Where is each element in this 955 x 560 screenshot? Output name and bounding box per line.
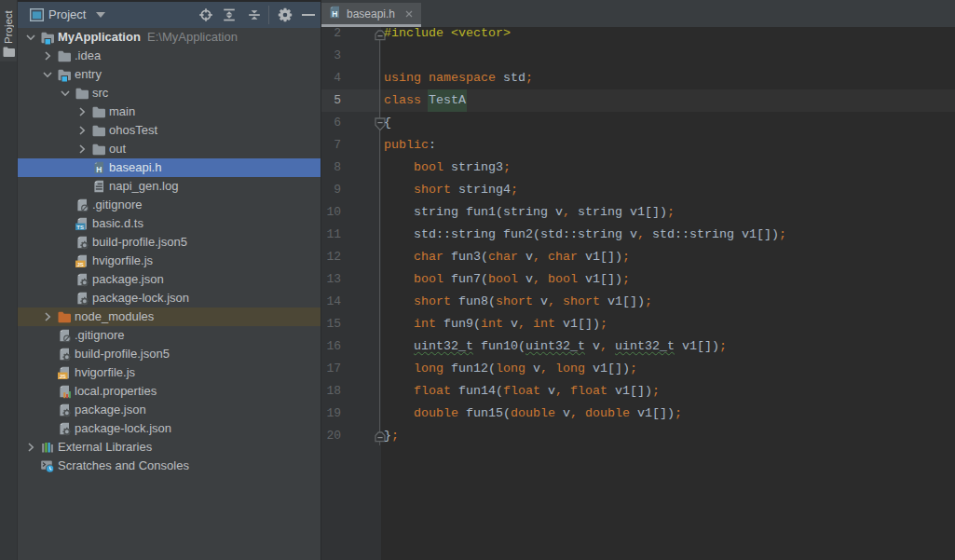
svg-text:JS: JS [60, 374, 66, 379]
svg-text:H: H [332, 9, 337, 19]
svg-text:H: H [96, 165, 102, 174]
svg-text:TS: TS [76, 225, 84, 230]
svg-text:JS: JS [77, 262, 84, 267]
